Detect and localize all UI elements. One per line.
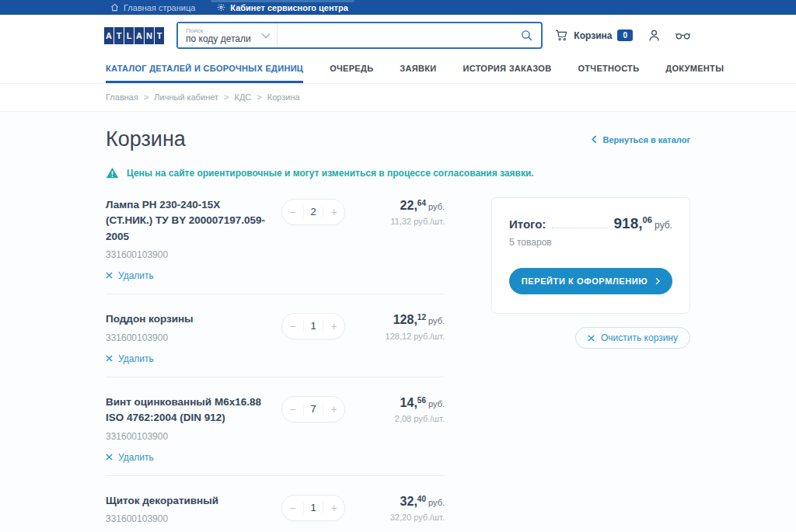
user-icon[interactable] [648,30,660,42]
warning-icon [106,167,119,179]
cart-item-title: Поддон корзины [106,311,267,327]
breadcrumb-item: Личный кабинет > [154,92,229,102]
item-price-fraction: 64 [417,199,426,207]
item-price: 32, [400,495,417,508]
clear-cart-button[interactable]: Очистить корзину [575,327,690,349]
item-price: 14, [400,396,417,409]
topbar-cabinet-link[interactable]: Кабинет сервисного центра [206,0,359,15]
topbar-cabinet-label: Кабинет сервисного центра [230,3,348,12]
gear-icon [217,3,225,12]
breadcrumb-link[interactable]: КДС [235,92,252,102]
price-notice: Цены на сайте ориентировочные и могут из… [106,167,690,179]
breadcrumb-item: Корзина [267,92,305,102]
quantity-increase-button[interactable]: + [323,502,344,513]
quantity-decrease-button[interactable]: − [282,404,303,415]
item-unit-price: 128,12 руб./шт. [359,332,445,341]
search-mode-value: по коду детали [186,34,257,44]
quantity-increase-button[interactable]: + [323,404,344,415]
item-price-currency: руб. [426,498,445,507]
cart-item-info: Винт оцинкованный M6x16.88 ISO 4762:2004… [106,395,267,463]
checkout-button[interactable]: ПЕРЕЙТИ К ОФОРМЛЕНИЮ [509,268,672,294]
back-to-catalog-link[interactable]: Вернуться в каталог [592,135,690,144]
quantity-decrease-button[interactable]: − [282,502,303,513]
total-price: 918,06 руб. [614,215,672,232]
cart-item-info: Лампа PH 230-240-15X (СТ.НИК.) ТУ BY 200… [106,197,267,281]
main-nav: КАТАЛОГ ДЕТАЛЕЙ И СБОРОЧНЫХ ЕДИНИЦ ОЧЕРЕ… [0,56,796,84]
item-price-fraction: 12 [417,313,426,322]
cart-item-price-block: 32,40 руб. 32,20 руб./шт. [359,495,445,532]
quantity-increase-button[interactable]: + [323,207,344,217]
nav-item[interactable]: ОТЧЕТНОСТЬ [578,56,639,83]
cart-item-title: Щиток декоративный [106,493,267,509]
remove-item-button[interactable]: Удалить [106,353,154,364]
item-price-currency: руб. [426,317,445,326]
breadcrumb-separator: > [144,92,148,102]
topbar-home-label: Главная страница [124,3,195,12]
checkout-button-label: ПЕРЕЙТИ К ОФОРМЛЕНИЮ [522,276,648,286]
search-bar: Поиск по коду детали [176,22,543,49]
nav-item-label: ИСТОРИЯ ЗАКАЗОВ [463,64,551,73]
breadcrumb-separator: > [257,92,261,102]
cart-icon [555,30,568,41]
quantity-stepper: − 1 + [281,313,345,339]
header-cart-button[interactable]: Корзина 0 [555,30,633,41]
search-mode-select[interactable]: Поиск по коду детали [178,23,278,47]
price-notice-text: Цены на сайте ориентировочные и могут из… [127,168,534,179]
nav-item-label: КАТАЛОГ ДЕТАЛЕЙ И СБОРОЧНЫХ ЕДИНИЦ [106,64,303,73]
items-count: 5 товаров [509,237,672,248]
search-button[interactable] [511,23,541,47]
nav-item-label: ДОКУМЕНТЫ [665,64,724,73]
nav-item-label: ОТЧЕТНОСТЬ [578,64,639,73]
nav-item-label: ЗАЯВКИ [400,64,436,73]
remove-item-button[interactable]: Удалить [106,270,154,281]
item-unit-price: 32,20 руб./шт. [359,513,445,522]
quantity-decrease-button[interactable]: − [282,321,303,332]
search-input[interactable] [278,23,511,47]
nav-item[interactable]: ДОКУМЕНТЫ [665,56,724,83]
nav-item[interactable]: ОЧЕРЕДЬ [330,56,373,83]
dotted-leader [552,228,607,228]
breadcrumb-link[interactable]: Корзина [267,92,300,102]
item-price-fraction: 40 [417,495,426,503]
cart-item-price-block: 128,12 руб. 128,12 руб./шт. [359,313,445,364]
cart-items-list: Лампа PH 230-240-15X (СТ.НИК.) ТУ BY 200… [106,180,445,532]
chevron-right-icon [655,277,660,285]
breadcrumb-link[interactable]: Личный кабинет [154,92,218,102]
topbar-home-link[interactable]: Главная страница [100,0,206,15]
quantity-decrease-button[interactable]: − [282,207,303,217]
atlant-logo[interactable]: A T L A N T [104,27,164,44]
breadcrumb-separator: > [224,92,229,102]
header-actions: Корзина 0 [555,30,690,42]
breadcrumb-link[interactable]: Главная [106,92,138,102]
nav-item[interactable]: ИСТОРИЯ ЗАКАЗОВ [463,56,551,83]
eyeglasses-icon[interactable] [676,31,690,40]
item-price-currency: руб. [426,202,445,211]
nav-item[interactable]: ЗАЯВКИ [400,56,436,83]
quantity-stepper: − 2 + [281,199,345,225]
quantity-value: 7 [303,403,323,416]
logo-letter-tile: A [134,27,144,44]
breadcrumb: Главная > Личный кабинет > КДС > Корзина [0,84,796,112]
remove-item-label: Удалить [118,353,154,364]
quantity-increase-button[interactable]: + [323,321,344,332]
cart-item-code: 331600103900 [106,332,267,343]
item-unit-price: 2,08 руб./шт. [359,414,445,423]
close-icon [106,454,113,461]
remove-item-label: Удалить [118,270,154,281]
cart-item-title: Винт оцинкованный M6x16.88 ISO 4762:2004… [106,395,267,426]
page-title: Корзина [106,127,186,151]
item-unit-price: 11,32 руб./шт. [359,217,445,226]
remove-item-button[interactable]: Удалить [106,452,154,463]
cart-item-info: Щиток декоративный 331600103900 Удалить [106,493,267,532]
cart-item-row: Винт оцинкованный M6x16.88 ISO 4762:2004… [106,377,445,476]
item-price: 22, [400,199,417,212]
total-price-currency: руб. [652,220,672,231]
cart-item-code: 331600103900 [106,431,267,442]
nav-item[interactable]: КАТАЛОГ ДЕТАЛЕЙ И СБОРОЧНЫХ ЕДИНИЦ [106,56,303,83]
total-price-fraction: 06 [643,215,652,224]
cart-item-price-block: 14,56 руб. 2,08 руб./шт. [359,396,445,463]
back-link-label: Вернуться в каталог [602,135,690,144]
item-price: 128, [393,314,417,327]
total-label: Итого: [509,217,546,231]
close-icon [106,355,113,362]
